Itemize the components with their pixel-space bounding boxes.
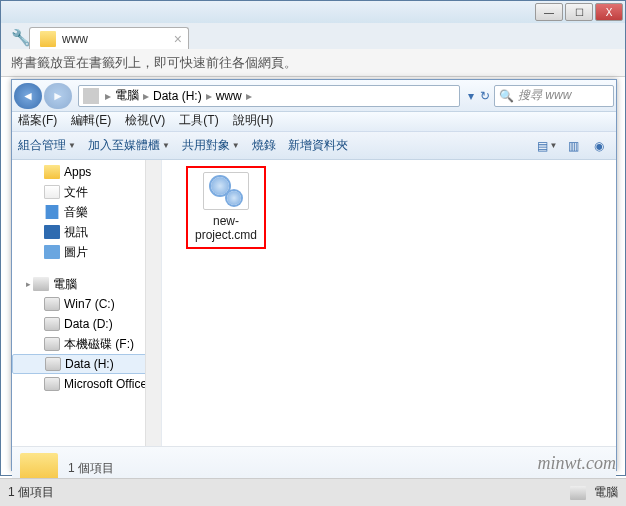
titlebar: — ☐ X bbox=[1, 1, 625, 23]
search-input[interactable]: 🔍 搜尋 www bbox=[494, 85, 614, 107]
menu-view[interactable]: 檢視(V) bbox=[125, 112, 165, 131]
sidebar-item-pictures[interactable]: 圖片 bbox=[12, 242, 161, 262]
sidebar-item-music[interactable]: 音樂 bbox=[12, 202, 161, 222]
include-button[interactable]: 加入至媒體櫃▼ bbox=[88, 137, 170, 154]
status-items: 1 個項目 bbox=[8, 484, 54, 501]
menu-help[interactable]: 說明(H) bbox=[233, 112, 274, 131]
explorer-window: ◄ ► ▸ 電腦▸ Data (H:)▸ www▸ ▾ ↻ 🔍 搜尋 www 檔… bbox=[11, 79, 617, 471]
video-icon bbox=[44, 225, 60, 239]
help-icon[interactable]: ◉ bbox=[588, 137, 610, 155]
browser-tab[interactable]: www × bbox=[29, 27, 189, 49]
menu-edit[interactable]: 編輯(E) bbox=[71, 112, 111, 131]
breadcrumb-root[interactable]: 電腦 bbox=[115, 87, 139, 104]
sidebar-scrollbar[interactable] bbox=[145, 160, 161, 446]
menu-bar: 檔案(F) 編輯(E) 檢視(V) 工具(T) 說明(H) bbox=[12, 112, 616, 132]
sidebar-drive-d[interactable]: Data (D:) bbox=[12, 314, 161, 334]
explorer-header: ◄ ► ▸ 電腦▸ Data (H:)▸ www▸ ▾ ↻ 🔍 搜尋 www bbox=[12, 80, 616, 112]
drive-icon bbox=[44, 337, 60, 351]
details-text: 1 個項目 bbox=[68, 460, 114, 477]
maximize-button[interactable]: ☐ bbox=[565, 3, 593, 21]
drive-icon bbox=[44, 377, 60, 391]
picture-icon bbox=[44, 245, 60, 259]
search-icon: 🔍 bbox=[499, 89, 514, 103]
navigation-pane[interactable]: Apps 文件 音樂 視訊 圖片 ▸電腦 Win7 (C:) Data (D:)… bbox=[12, 160, 162, 446]
forward-button[interactable]: ► bbox=[44, 83, 72, 109]
breadcrumb-drive[interactable]: Data (H:) bbox=[153, 89, 202, 103]
refresh-icon[interactable]: ↻ bbox=[480, 89, 490, 103]
computer-icon bbox=[83, 88, 99, 104]
folder-icon bbox=[40, 31, 56, 47]
view-options-icon[interactable]: ▤▼ bbox=[536, 137, 558, 155]
address-bar[interactable]: ▸ 電腦▸ Data (H:)▸ www▸ bbox=[78, 85, 460, 107]
status-bar: 1 個項目 電腦 bbox=[0, 478, 626, 506]
tab-strip: 🔧 www × bbox=[1, 23, 625, 49]
sidebar-item-documents[interactable]: 文件 bbox=[12, 182, 161, 202]
sidebar-item-apps[interactable]: Apps bbox=[12, 162, 161, 182]
dropdown-icon[interactable]: ▾ bbox=[468, 89, 474, 103]
drive-icon bbox=[44, 317, 60, 331]
preview-pane-icon[interactable]: ▥ bbox=[562, 137, 584, 155]
music-icon bbox=[44, 205, 60, 219]
drive-icon bbox=[44, 297, 60, 311]
status-right: 電腦 bbox=[594, 484, 618, 501]
close-button[interactable]: X bbox=[595, 3, 623, 21]
document-icon bbox=[44, 185, 60, 199]
bookmark-bar-hint: 將書籤放置在書籤列上，即可快速前往各個網頁。 bbox=[1, 49, 625, 77]
organize-button[interactable]: 組合管理▼ bbox=[18, 137, 76, 154]
cmd-file-icon bbox=[203, 172, 249, 210]
menu-file[interactable]: 檔案(F) bbox=[18, 112, 57, 131]
sidebar-drive-f[interactable]: 本機磁碟 (F:) bbox=[12, 334, 161, 354]
newfolder-button[interactable]: 新增資料夾 bbox=[288, 137, 348, 154]
back-button[interactable]: ◄ bbox=[14, 83, 42, 109]
sidebar-drive-c[interactable]: Win7 (C:) bbox=[12, 294, 161, 314]
breadcrumb-folder[interactable]: www bbox=[216, 89, 242, 103]
wrench-icon[interactable]: 🔧 bbox=[7, 26, 29, 49]
folder-icon bbox=[44, 165, 60, 179]
sidebar-drive-office[interactable]: Microsoft Office bbox=[12, 374, 161, 394]
watermark: minwt.com bbox=[538, 453, 617, 474]
share-button[interactable]: 共用對象▼ bbox=[182, 137, 240, 154]
burn-button[interactable]: 燒錄 bbox=[252, 137, 276, 154]
sidebar-drive-h[interactable]: Data (H:) bbox=[12, 354, 161, 374]
computer-icon bbox=[570, 486, 586, 500]
tab-title: www bbox=[62, 32, 88, 46]
tab-close-icon[interactable]: × bbox=[174, 31, 182, 47]
computer-icon bbox=[33, 277, 49, 291]
file-label: new-project.cmd bbox=[190, 214, 262, 243]
sidebar-item-videos[interactable]: 視訊 bbox=[12, 222, 161, 242]
sidebar-item-computer[interactable]: ▸電腦 bbox=[12, 274, 161, 294]
search-placeholder: 搜尋 www bbox=[518, 87, 571, 104]
command-bar: 組合管理▼ 加入至媒體櫃▼ 共用對象▼ 燒錄 新增資料夾 ▤▼ ▥ ◉ bbox=[12, 132, 616, 160]
file-list[interactable]: new-project.cmd bbox=[162, 160, 616, 446]
menu-tools[interactable]: 工具(T) bbox=[179, 112, 218, 131]
file-item[interactable]: new-project.cmd bbox=[186, 166, 266, 249]
drive-icon bbox=[45, 357, 61, 371]
minimize-button[interactable]: — bbox=[535, 3, 563, 21]
